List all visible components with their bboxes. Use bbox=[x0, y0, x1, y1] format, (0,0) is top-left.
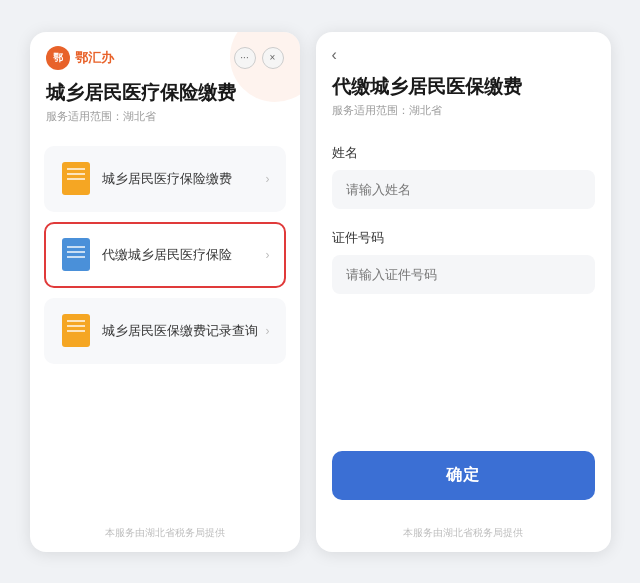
right-footer: 确定 bbox=[316, 435, 611, 516]
service-icon-3 bbox=[60, 313, 92, 349]
brand-logo: 鄂 鄂汇办 bbox=[46, 46, 114, 70]
service-icon-2 bbox=[60, 237, 92, 273]
chevron-icon-3: › bbox=[266, 324, 270, 338]
brand-row: 鄂 鄂汇办 ··· × bbox=[46, 46, 284, 70]
id-form-group: 证件号码 bbox=[332, 229, 595, 294]
left-page-subtitle: 服务适用范围：湖北省 bbox=[46, 109, 284, 124]
id-label: 证件号码 bbox=[332, 229, 595, 247]
service-list: 城乡居民医疗保险缴费 › 代缴城乡居民医疗保险 › 城乡居民医保缴费记录查询 › bbox=[30, 134, 300, 514]
right-bottom-note: 本服务由湖北省税务局提供 bbox=[316, 516, 611, 552]
brand-name: 鄂汇办 bbox=[75, 49, 114, 67]
header-actions: ··· × bbox=[234, 47, 284, 69]
left-page-title: 城乡居民医疗保险缴费 bbox=[46, 80, 284, 106]
left-footer: 本服务由湖北省税务局提供 bbox=[30, 514, 300, 552]
logo-icon: 鄂 bbox=[46, 46, 70, 70]
left-header: 鄂 鄂汇办 ··· × 城乡居民医疗保险缴费 服务适用范围：湖北省 bbox=[30, 32, 300, 134]
chevron-icon-1: › bbox=[266, 172, 270, 186]
service-label-3: 城乡居民医保缴费记录查询 bbox=[102, 322, 258, 340]
close-button[interactable]: × bbox=[262, 47, 284, 69]
confirm-button[interactable]: 确定 bbox=[332, 451, 595, 500]
right-panel: ‹ 代缴城乡居民医保缴费 服务适用范围：湖北省 姓名 证件号码 确定 本服务由湖… bbox=[316, 32, 611, 552]
back-button[interactable]: ‹ bbox=[332, 46, 337, 64]
left-panel: 鄂 鄂汇办 ··· × 城乡居民医疗保险缴费 服务适用范围：湖北省 城乡居民医疗… bbox=[30, 32, 300, 552]
right-page-subtitle: 服务适用范围：湖北省 bbox=[332, 103, 595, 118]
right-header: ‹ 代缴城乡居民医保缴费 服务适用范围：湖北省 bbox=[316, 32, 611, 128]
chevron-icon-2: › bbox=[266, 248, 270, 262]
service-item-1[interactable]: 城乡居民医疗保险缴费 › bbox=[44, 146, 286, 212]
service-label-1: 城乡居民医疗保险缴费 bbox=[102, 170, 232, 188]
name-form-group: 姓名 bbox=[332, 144, 595, 209]
name-input[interactable] bbox=[332, 170, 595, 209]
service-label-2: 代缴城乡居民医疗保险 bbox=[102, 246, 232, 264]
service-item-2[interactable]: 代缴城乡居民医疗保险 › bbox=[44, 222, 286, 288]
more-button[interactable]: ··· bbox=[234, 47, 256, 69]
name-label: 姓名 bbox=[332, 144, 595, 162]
form-area: 姓名 证件号码 bbox=[316, 128, 611, 435]
service-item-3[interactable]: 城乡居民医保缴费记录查询 › bbox=[44, 298, 286, 364]
id-input[interactable] bbox=[332, 255, 595, 294]
service-icon-1 bbox=[60, 161, 92, 197]
right-page-title: 代缴城乡居民医保缴费 bbox=[332, 74, 595, 100]
